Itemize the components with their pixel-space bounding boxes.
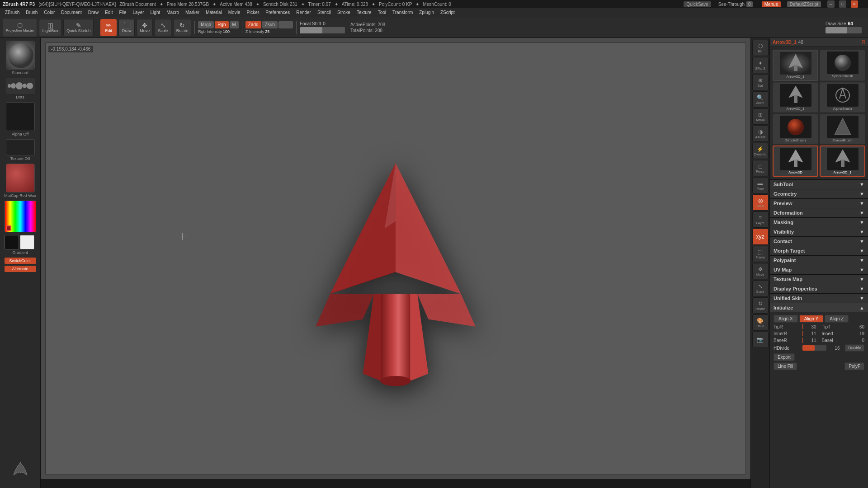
menu-transform[interactable]: Transform [389,9,416,16]
edit-btn[interactable]: ✏ Edit [100,19,117,36]
initialize-header[interactable]: Initialize ▲ [770,303,868,312]
contact-header[interactable]: Contact ▼ [770,237,868,246]
morph-target-header[interactable]: Morph Target ▼ [770,246,868,255]
persp-btn[interactable]: ◻ Persp [752,160,769,176]
troup-btn[interactable]: 🎨 Troup [752,314,769,331]
actual-btn[interactable]: ⊞ Actual [752,108,769,125]
texturemap-header[interactable]: Texture Map ▼ [770,275,868,284]
brush-arrow3d-variant[interactable]: Arrow3D_1 [773,82,818,113]
scale-tool-btn[interactable]: ⤡ Scale [752,280,769,296]
brush-arrow3d-active[interactable]: Arrow3D [773,145,818,177]
floor-btn[interactable]: ▬ Floor [752,177,769,193]
quicksave-btn[interactable]: QuickSave [684,1,711,7]
bill-btn[interactable]: ⬡ Bill [752,40,769,56]
switch-color-btn[interactable]: SwitchColor [5,258,36,264]
menu-draw[interactable]: Draw [85,9,102,16]
masking-header[interactable]: Masking ▼ [770,218,868,227]
aahalf-btn[interactable]: ◑ AAHalf [752,126,769,142]
frame-btn[interactable]: ⬚ Frame [752,246,769,262]
draw-btn[interactable]: ⬛ Draw [118,19,135,36]
menu-picker[interactable]: Picker [243,9,262,16]
baser-slider[interactable] [802,338,803,343]
menu-zplugin[interactable]: Zplugin [416,9,437,16]
canvas-area[interactable]: -0.193,0.184,-0.466 [41,38,750,479]
move-btn[interactable]: ✥ Move [137,19,153,36]
local-btn[interactable]: ◎ Local [752,194,769,211]
alternate-btn[interactable]: Alternate [5,266,36,272]
brush-simple[interactable]: SimpleBrush [773,114,818,144]
menu-marker[interactable]: Marker [182,9,203,16]
maximize-btn[interactable]: □ [839,0,846,8]
brush-arrow3d1[interactable]: Arrow3D_1 [773,50,818,81]
uvmap-header[interactable]: UV Map ▼ [770,265,868,274]
unified-skin-header[interactable]: Unified Skin ▼ [770,294,868,303]
menu-movie[interactable]: Movie [225,9,244,16]
focal-shift-slider[interactable] [300,27,345,33]
texture-preview[interactable] [6,139,35,155]
scale-btn[interactable]: ⤡ Scale [155,19,171,36]
rotate-btn[interactable]: ↻ Rotate [173,19,192,36]
menu-brush[interactable]: Brush [23,9,41,16]
color-picker[interactable] [5,201,36,232]
polypaint-header[interactable]: Polypaint ▼ [770,256,868,265]
menu-macro[interactable]: Macro [163,9,182,16]
menu-stencil[interactable]: Stencil [314,9,334,16]
align-y-btn[interactable]: Align Y [799,315,824,323]
zoom-btn[interactable]: 🔍 Zoom [752,91,769,108]
innerr-slider[interactable] [802,331,803,336]
tipt-slider[interactable] [851,324,852,329]
lightbox-btn[interactable]: ◫ LightBox [39,19,61,36]
swatch-white[interactable] [20,235,34,249]
basei-slider[interactable] [851,338,852,343]
menu-texture[interactable]: Texture [354,9,375,16]
brush-preview[interactable] [6,41,35,70]
menu-zbrush[interactable]: ZBrush [2,9,23,16]
subtool-header[interactable]: SubTool ▼ [770,180,868,189]
menu-stroke[interactable]: Stroke [334,9,354,16]
soxyz-btn[interactable]: xyz [752,229,769,245]
default-zscript-btn[interactable]: DefaultZScript [787,1,821,7]
menu-preferences[interactable]: Preferences [262,9,293,16]
display-properties-header[interactable]: Display Properties ▼ [770,284,868,293]
scroll-btn[interactable]: ⊕ Scrl [752,74,769,90]
menus-btn[interactable]: Menus [762,1,781,7]
menu-color[interactable]: Color [41,9,58,16]
zdot-btn[interactable]: Zdot [278,21,293,28]
minimize-btn[interactable]: ─ [827,0,835,8]
canvas-inner[interactable]: -0.193,0.184,-0.466 [45,42,746,474]
visibility-header[interactable]: Visibility ▼ [770,227,868,236]
menu-document[interactable]: Document [58,9,85,16]
align-z-btn[interactable]: Align Z [825,315,849,323]
linefill-btn[interactable]: Line Fill [774,362,797,370]
laym-btn[interactable]: ≡ LAym [752,211,769,228]
draw-size-slider[interactable] [826,27,862,33]
brush-alpha[interactable]: AlphaBrush [820,82,865,113]
deformation-header[interactable]: Deformation ▼ [770,208,868,217]
dots-preview[interactable] [6,78,35,94]
export-btn[interactable]: Export [774,353,795,361]
quick-sketch-btn[interactable]: ✎ Quick Sketch [63,19,94,36]
double-btn[interactable]: Double [845,344,864,352]
move-tool-btn[interactable]: ✥ Move [752,263,769,279]
zsub-btn[interactable]: Zsub [262,21,278,28]
brush-eraser[interactable]: EraserBrush [820,114,865,144]
menu-file[interactable]: File [116,9,129,16]
menu-tool[interactable]: Tool [375,9,389,16]
material-preview[interactable] [6,164,35,192]
menu-edit[interactable]: Edit [102,9,116,16]
preview-header[interactable]: Preview ▼ [770,199,868,208]
align-x-btn[interactable]: Align X [774,315,798,323]
polyf-btn[interactable]: PolyF [844,362,864,370]
r-label[interactable]: R [862,40,865,45]
snap-btn[interactable]: 📷 [752,332,769,348]
see-through-btn[interactable]: See-Through [718,2,745,7]
zadd-btn[interactable]: Zadd [245,21,261,28]
geometry-header[interactable]: Geometry ▼ [770,189,868,198]
projection-master-btn[interactable]: ⬡ Projection Master [3,18,37,37]
swatch-black[interactable] [5,235,19,249]
rgb-btn[interactable]: Rgb [215,21,228,28]
rotate-tool-btn[interactable]: ↻ Rotate [752,297,769,314]
spixl-btn[interactable]: ✦ SPixl 3 [752,57,769,73]
alpha-preview[interactable] [6,102,35,131]
menu-material[interactable]: Material [203,9,225,16]
